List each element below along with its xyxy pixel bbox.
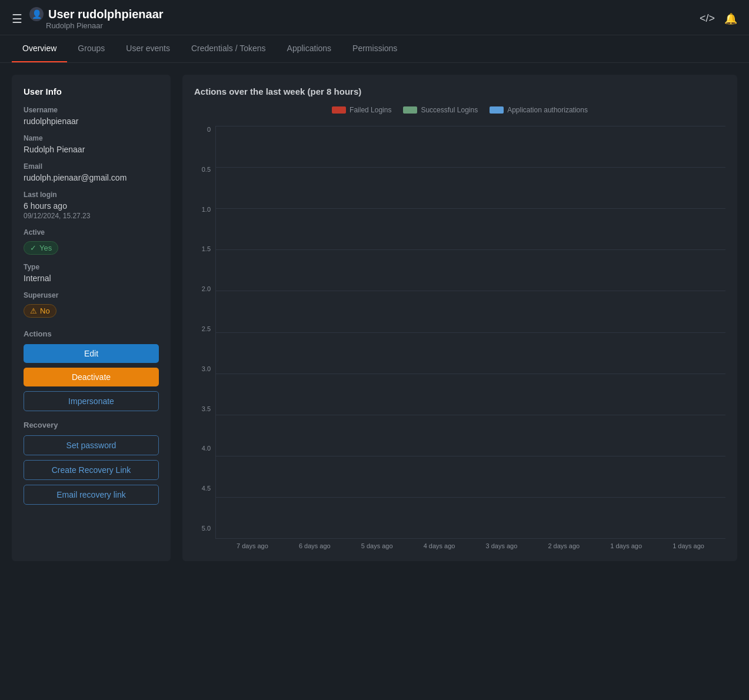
- tab-credentials-tokens[interactable]: Credentials / Tokens: [181, 35, 277, 62]
- type-label: Type: [24, 263, 159, 271]
- check-icon: ✓: [30, 244, 36, 252]
- tab-groups[interactable]: Groups: [67, 35, 115, 62]
- chart-panel: Actions over the last week (per 8 hours)…: [182, 75, 737, 561]
- username-label: Username: [24, 106, 159, 114]
- header-title-area: 👤 User rudolphpienaar Rudolph Pienaar: [29, 7, 164, 30]
- legend-failed-color: [332, 106, 346, 114]
- email-value: rudolph.pienaar@gmail.com: [24, 173, 159, 182]
- y-label-10: 1.0: [202, 206, 211, 213]
- code-icon[interactable]: </>: [700, 12, 715, 25]
- chart-legend: Failed Logins Successful Logins Applicat…: [194, 106, 725, 114]
- x-label-3days: 3 days ago: [484, 542, 519, 549]
- y-label-25: 2.5: [202, 325, 211, 332]
- legend-successful-color: [403, 106, 417, 114]
- active-badge-text: Yes: [39, 244, 52, 252]
- user-info-title: User Info: [24, 86, 159, 96]
- legend-failed-logins: Failed Logins: [332, 106, 391, 114]
- hamburger-icon[interactable]: ☰: [12, 12, 22, 26]
- y-label-0: 0: [207, 126, 211, 133]
- y-label-35: 3.5: [202, 405, 211, 412]
- email-recovery-link-button[interactable]: Email recovery link: [24, 485, 159, 505]
- actions-label: Actions: [24, 329, 159, 338]
- page-title: User rudolphpienaar: [48, 8, 164, 21]
- y-label-15: 1.5: [202, 245, 211, 252]
- y-label-40: 4.0: [202, 445, 211, 452]
- user-avatar-icon: 👤: [29, 7, 44, 21]
- x-label-5days: 5 days ago: [359, 542, 395, 549]
- create-recovery-link-button[interactable]: Create Recovery Link: [24, 460, 159, 480]
- x-label-1day-b: 1 days ago: [671, 542, 706, 549]
- chart-bars-container: [215, 126, 725, 539]
- y-axis: 5.0 4.5 4.0 3.5 3.0 2.5 2.0 1.5 1.0 0.5 …: [194, 126, 215, 549]
- superuser-label: Superuser: [24, 291, 159, 299]
- nav-tabs: Overview Groups User events Credentials …: [0, 35, 749, 63]
- header-title: 👤 User rudolphpienaar: [29, 7, 164, 21]
- last-login-label: Last login: [24, 191, 159, 199]
- x-label-4days: 4 days ago: [422, 542, 457, 549]
- header-right: </> 🔔: [700, 12, 737, 25]
- user-info-panel: User Info Username rudolphpienaar Name R…: [12, 75, 171, 561]
- header: ☰ 👤 User rudolphpienaar Rudolph Pienaar …: [0, 0, 749, 35]
- legend-app-auth: Application authorizations: [490, 106, 588, 114]
- warning-icon: ⚠: [30, 306, 37, 315]
- active-badge: ✓ Yes: [24, 241, 58, 255]
- recovery-label: Recovery: [24, 421, 159, 429]
- legend-app-label: Application authorizations: [507, 106, 588, 114]
- x-label-1day-a: 1 days ago: [608, 542, 644, 549]
- chart-body: 7 days ago 6 days ago 5 days ago 4 days …: [215, 126, 725, 549]
- impersonate-button[interactable]: Impersonate: [24, 391, 159, 411]
- legend-failed-label: Failed Logins: [349, 106, 391, 114]
- type-value: Internal: [24, 274, 159, 283]
- bars-row: [216, 126, 725, 538]
- legend-successful-label: Successful Logins: [421, 106, 478, 114]
- y-label-50: 5.0: [202, 525, 211, 532]
- tab-permissions[interactable]: Permissions: [342, 35, 408, 62]
- y-label-05: 0.5: [202, 166, 211, 173]
- bell-icon[interactable]: 🔔: [724, 12, 737, 25]
- email-label: Email: [24, 162, 159, 171]
- x-label-6days: 6 days ago: [297, 542, 332, 549]
- edit-button[interactable]: Edit: [24, 344, 159, 363]
- header-left: ☰ 👤 User rudolphpienaar Rudolph Pienaar: [12, 7, 164, 30]
- superuser-badge-text: No: [40, 306, 50, 315]
- tab-applications[interactable]: Applications: [277, 35, 342, 62]
- header-subtitle: Rudolph Pienaar: [46, 21, 164, 30]
- tab-user-events[interactable]: User events: [115, 35, 181, 62]
- last-login-absolute: 09/12/2024, 15.27.23: [24, 212, 159, 220]
- y-label-20: 2.0: [202, 285, 211, 292]
- chart-title: Actions over the last week (per 8 hours): [194, 86, 725, 96]
- x-axis: 7 days ago 6 days ago 5 days ago 4 days …: [215, 539, 725, 549]
- y-label-30: 3.0: [202, 365, 211, 372]
- x-label-7days: 7 days ago: [235, 542, 270, 549]
- legend-app-color: [490, 106, 504, 114]
- username-value: rudolphpienaar: [24, 116, 159, 126]
- superuser-badge: ⚠ No: [24, 304, 56, 318]
- main-content: User Info Username rudolphpienaar Name R…: [0, 63, 749, 573]
- set-password-button[interactable]: Set password: [24, 435, 159, 455]
- legend-successful-logins: Successful Logins: [403, 106, 478, 114]
- x-label-2days: 2 days ago: [546, 542, 581, 549]
- active-label: Active: [24, 228, 159, 236]
- tab-overview[interactable]: Overview: [12, 35, 67, 62]
- name-value: Rudolph Pienaar: [24, 145, 159, 154]
- last-login-relative: 6 hours ago: [24, 201, 159, 211]
- deactivate-button[interactable]: Deactivate: [24, 368, 159, 386]
- chart-container: 5.0 4.5 4.0 3.5 3.0 2.5 2.0 1.5 1.0 0.5 …: [194, 126, 725, 549]
- name-label: Name: [24, 134, 159, 142]
- y-label-45: 4.5: [202, 485, 211, 492]
